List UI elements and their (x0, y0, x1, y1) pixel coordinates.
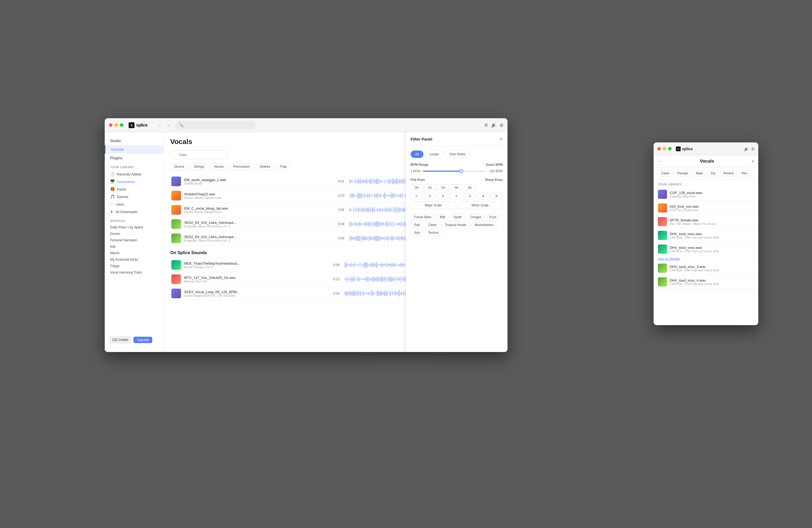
filter-input[interactable] (170, 150, 228, 159)
tag-moombahton[interactable]: Moombahton (471, 222, 497, 228)
key-b[interactable]: B (490, 193, 503, 199)
chip-rev[interactable]: Rev (738, 170, 751, 176)
tag-congas[interactable]: Congas (466, 214, 484, 220)
second-track-row[interactable]: 420_Kick_vox.wav 4:20 The Smokers Kit (654, 201, 758, 215)
tag-fuzz[interactable]: Fuzz (486, 214, 500, 220)
second-track-row[interactable]: DHV_loud_voxx.wav CAPSUN - Chill Trap an… (654, 229, 758, 242)
genre-tag-house[interactable]: House (210, 163, 228, 170)
sidebar-nav-sounds[interactable]: Sounds (105, 145, 163, 154)
volume-icon[interactable]: 🔊 (491, 123, 496, 128)
key-c[interactable]: C (410, 193, 423, 199)
track-source: Movie Dialogue Vol. 5 (184, 266, 330, 269)
main-window: s splice ← → 🔍 ⚙ 🔊 ⊞ Studio Sounds (105, 118, 508, 352)
maximize-button[interactable] (120, 123, 123, 127)
key-db[interactable]: Db (410, 184, 423, 191)
chip-clean[interactable]: Clean (658, 170, 673, 176)
key-eb[interactable]: Eb (424, 184, 436, 191)
key-bb[interactable]: Bb (464, 184, 476, 191)
second-back-button[interactable]: ← (658, 159, 662, 163)
chip-female[interactable]: Female (674, 170, 691, 176)
repacks-march[interactable]: March (105, 250, 163, 256)
tag-techno[interactable]: Techno (424, 229, 442, 236)
forward-button[interactable]: → (164, 122, 172, 129)
logo-text: splice (136, 123, 147, 128)
second-track-row[interactable]: COF_128_vocal.wav Trapstep Ultra Pack (654, 188, 758, 201)
search-icon: 🔍 (179, 123, 184, 127)
close-button[interactable] (109, 123, 113, 127)
sidebar-item-recently-added[interactable]: 🕐 Recently Added (105, 170, 163, 178)
repacks-kicks[interactable]: My Essential Kicks (105, 256, 163, 263)
second-track-row[interactable]: DHV_loud_voxx_4.wav CAPSUN - Chill Trap … (654, 275, 758, 289)
bpm-slider[interactable] (423, 171, 487, 172)
second-track-row[interactable]: DHV_loud_voxx_3.wav CAPSUN - Chill Trap … (654, 261, 758, 275)
tag-808[interactable]: 808 (436, 214, 449, 220)
back-button[interactable]: ← (156, 122, 163, 129)
sidebar-nav-plugins[interactable]: Plugins (105, 154, 163, 162)
tag-pop[interactable]: Pop (410, 222, 423, 228)
second-track-sub: 4:20 The Smokers Kit (670, 209, 754, 212)
sidebar-item-packs[interactable]: 🎁 Packs (105, 185, 163, 193)
second-track-info: SFTR_female.wav Run The Jewels · Meow Th… (670, 218, 754, 226)
sidebar-item-likes[interactable]: ♡ Likes (105, 200, 163, 208)
filter-panel-header: Filter Panel ✕ (406, 132, 508, 146)
second-grid-icon[interactable]: ⊞ (751, 147, 755, 151)
upgrade-button[interactable]: Upgrade (133, 337, 152, 343)
key-f[interactable]: F (451, 193, 463, 199)
settings-icon[interactable]: ⚙ (484, 123, 488, 128)
grid-icon[interactable]: ⊞ (500, 123, 503, 128)
repacks-vocal[interactable]: Vocal Harmony Track (105, 269, 163, 276)
chip-reverb[interactable]: Reverb (720, 170, 737, 176)
chip-male[interactable]: Male (693, 170, 706, 176)
search-bar[interactable]: 🔍 (175, 120, 256, 130)
key-e[interactable]: E (437, 193, 450, 199)
minimize-button[interactable] (114, 123, 118, 127)
filter-close-button[interactable]: ✕ (499, 137, 503, 142)
second-track-row[interactable]: SFTR_female.wav Run The Jewels · Meow Th… (654, 215, 758, 229)
chip-dry[interactable]: Dry (707, 170, 719, 176)
genres-icon: 🎵 (110, 195, 115, 199)
sidebar-nav-studio[interactable]: Studio (105, 137, 163, 145)
repacks-kiki[interactable]: Kiki (105, 243, 163, 250)
sidebar-item-instruments[interactable]: 🎹 Instruments (105, 178, 163, 185)
track-thumb (171, 289, 181, 298)
genre-tag-snares[interactable]: Snares (256, 163, 274, 170)
view-on-website-link[interactable]: View on Website (654, 256, 758, 261)
minor-scale-button[interactable]: Minor Scale (458, 201, 503, 209)
repacks-drums[interactable]: Drums (105, 230, 163, 237)
tag-tropical[interactable]: Tropical House (441, 222, 470, 228)
second-track-name: COF_128_vocal.wav (670, 191, 754, 195)
genre-tag-percussion[interactable]: Percussion (229, 163, 254, 170)
search-input[interactable] (186, 123, 252, 127)
second-volume-icon[interactable]: 🔊 (744, 147, 749, 151)
key-gb[interactable]: Gb (437, 184, 450, 191)
second-minimize-button[interactable] (663, 147, 666, 151)
key-d[interactable]: D (424, 193, 436, 199)
tag-synth[interactable]: Synth (450, 214, 465, 220)
tag-clean[interactable]: Clean (424, 222, 440, 228)
sidebar-item-all-downloads[interactable]: ⬇ All Downloads (105, 208, 163, 215)
major-scale-button[interactable]: Major Scale (410, 201, 456, 209)
tag-sub[interactable]: Sub (410, 229, 423, 236)
filter-tab-oneshots[interactable]: One Shots (445, 151, 470, 158)
sidebar-item-genres[interactable]: 🎵 Genres (105, 193, 163, 200)
second-maximize-button[interactable] (668, 147, 671, 151)
repacks-fictional[interactable]: Fictional Narration (105, 237, 163, 243)
filter-panel: Filter Panel ✕ All Loops One Shots BPM R… (405, 132, 508, 352)
filter-tab-all[interactable]: All (410, 151, 423, 158)
second-close-button[interactable] (657, 147, 661, 151)
repacks-daily[interactable]: Daily Picks • by Splice (105, 224, 163, 230)
tag-future-bass[interactable]: Future Bass (410, 214, 435, 220)
track-name: MD5_ThatsTheWayYouFeelAbout... (184, 261, 330, 266)
genre-tag-trap[interactable]: Trap (276, 163, 291, 170)
second-menu-icon[interactable]: ≡ (752, 159, 754, 163)
repacks-trippp[interactable]: Trippp (105, 263, 163, 269)
nav-arrows: ← → (156, 122, 172, 129)
genre-tag-drums[interactable]: Drums (170, 163, 188, 170)
key-a[interactable]: A (477, 193, 490, 199)
key-g[interactable]: G (464, 193, 476, 199)
key-ab[interactable]: Ab (451, 184, 463, 191)
second-track-sub: CAPSUN - Chill Trap and Future RnB (670, 282, 754, 286)
genre-tag-strings[interactable]: Strings (190, 163, 208, 170)
second-track-row[interactable]: DHV_loud_voxx.wav CAPSUN - Chill Trap an… (654, 242, 758, 256)
filter-tab-loops[interactable]: Loops (425, 151, 443, 158)
